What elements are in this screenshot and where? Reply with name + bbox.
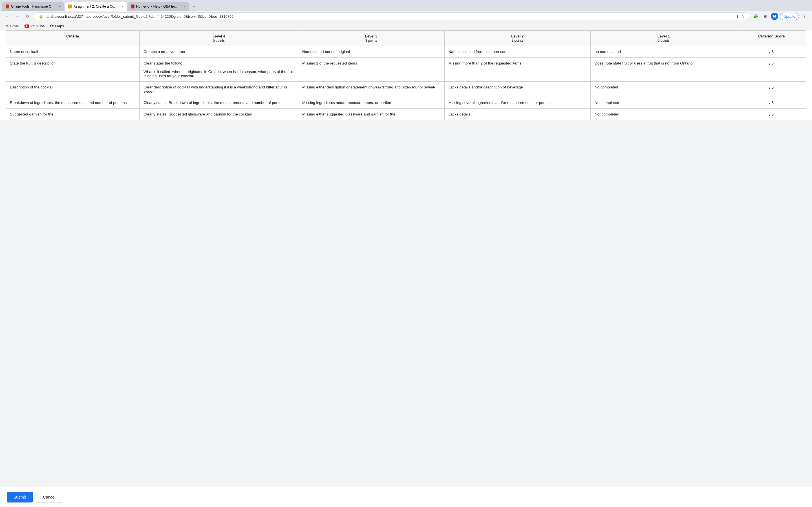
tab-1[interactable]: Online Tools | Fanshawe Colle... ✕ bbox=[2, 2, 64, 11]
address-bar-row: ← → ↻ 🔒 fanshaweonline.ca/d2l/lms/dropbo… bbox=[0, 11, 812, 22]
row-name-level1: no name stated bbox=[591, 46, 737, 58]
profile-switch-icon[interactable]: ⊞ bbox=[761, 12, 769, 20]
new-tab-button[interactable]: + bbox=[190, 3, 198, 10]
bookmark-maps-label: Maps bbox=[55, 24, 64, 28]
bookmark-gmail-label: Gmail bbox=[10, 24, 19, 28]
table-row: Name of cocktail Creates a creative name… bbox=[6, 46, 806, 58]
rubric-wrapper: Criteria Level 4 5 points Level 3 3 poin… bbox=[0, 31, 812, 120]
bookmark-youtube-label: YouTube bbox=[31, 24, 45, 28]
tab-3-close[interactable]: ✕ bbox=[184, 5, 186, 8]
tab-2[interactable]: Assignment 2: Create a Cockta... ✕ bbox=[65, 2, 127, 11]
row-suggested-criteria: Suggested garnish for the bbox=[6, 109, 140, 120]
table-row: Breakdown of ingredients, the measuremen… bbox=[6, 97, 806, 109]
address-field[interactable]: 🔒 fanshaweonline.ca/d2l/lms/dropbox/user… bbox=[34, 12, 749, 20]
row-description-score: / 5 bbox=[737, 82, 806, 97]
tab-bar: Online Tools | Fanshawe Colle... ✕ Assig… bbox=[0, 0, 812, 11]
row-suggested-score: / 5 bbox=[737, 109, 806, 120]
tab-1-label: Online Tools | Fanshawe Colle... bbox=[11, 4, 56, 8]
header-score: Criterion Score bbox=[737, 31, 806, 46]
row-fruit-level2: Missing more than 2 of the requested ite… bbox=[444, 58, 591, 82]
address-bar-icons: ⬆ ☆ bbox=[736, 14, 745, 18]
profile-avatar[interactable]: M bbox=[771, 13, 778, 20]
share-icon[interactable]: ⬆ bbox=[736, 14, 739, 18]
forward-button[interactable]: → bbox=[13, 12, 21, 20]
row-name-level4: Creates a creative name bbox=[140, 46, 298, 58]
header-criteria: Criteria bbox=[6, 31, 140, 46]
page-content: Criteria Level 4 5 points Level 3 3 poin… bbox=[0, 31, 812, 120]
lock-icon: 🔒 bbox=[39, 14, 43, 18]
row-breakdown-level1: Not completed bbox=[591, 97, 737, 109]
row-suggested-level2: Lacks details bbox=[444, 109, 591, 120]
browser-chrome: Online Tools | Fanshawe Colle... ✕ Assig… bbox=[0, 0, 812, 31]
row-fruit-level4: Clear states the follow: What is it call… bbox=[140, 58, 298, 82]
menu-icon[interactable]: ⋮ bbox=[801, 12, 809, 20]
reload-button[interactable]: ↻ bbox=[24, 12, 32, 20]
header-level1: Level 1 0 points bbox=[591, 31, 737, 46]
gmail-icon: M bbox=[6, 24, 8, 28]
tab-2-label: Assignment 2: Create a Cockta... bbox=[73, 4, 118, 8]
back-button[interactable]: ← bbox=[3, 12, 11, 20]
bookmarks-bar: M Gmail YouTube 🗺 Maps bbox=[0, 22, 812, 31]
row-suggested-level4: Clearly states: Suggested glassware and … bbox=[140, 109, 298, 120]
row-fruit-level3: Missing 2 of the requested items bbox=[298, 58, 445, 82]
row-fruit-score: / 5 bbox=[737, 58, 806, 82]
row-suggested-level3: Missing either suggested glassware and g… bbox=[298, 109, 445, 120]
bookmark-icon[interactable]: ☆ bbox=[741, 14, 745, 18]
rubric-header-row: Criteria Level 4 5 points Level 3 3 poin… bbox=[6, 31, 806, 46]
row-description-criteria: Description of the cocktail bbox=[6, 82, 140, 97]
table-row: Description of the cocktail Clear descri… bbox=[6, 82, 806, 97]
header-level4: Level 4 5 points bbox=[140, 31, 298, 46]
tab-1-favicon bbox=[6, 4, 9, 8]
row-fruit-criteria: State the fruit & description bbox=[6, 58, 140, 82]
maps-icon: 🗺 bbox=[50, 24, 54, 28]
header-level3: Level 3 3 points bbox=[298, 31, 445, 46]
row-fruit-level1: Does note state fruit or uses a fruit th… bbox=[591, 58, 737, 82]
row-description-level4: Clear description of cocktail with under… bbox=[140, 82, 298, 97]
row-name-level3: Name stated but not original bbox=[298, 46, 445, 58]
tab-3[interactable]: C Homework Help - Q&A from O... ✕ bbox=[128, 2, 190, 11]
row-description-level1: No completed bbox=[591, 82, 737, 97]
row-name-criteria: Name of cocktail bbox=[6, 46, 140, 58]
extensions-icon[interactable]: 🧩 bbox=[752, 12, 760, 20]
row-description-level2: Lacks details and/or description of beve… bbox=[444, 82, 591, 97]
update-button[interactable]: Update bbox=[780, 13, 799, 20]
row-description-level3: Missing either description or statement … bbox=[298, 82, 445, 97]
row-breakdown-level3: Missing ingredients and/or measurements,… bbox=[298, 97, 445, 109]
toolbar-icons: 🧩 ⊞ M Update ⋮ bbox=[752, 12, 809, 20]
rubric-table: Criteria Level 4 5 points Level 3 3 poin… bbox=[6, 31, 806, 120]
header-level2: Level 2 2 points bbox=[444, 31, 591, 46]
bookmark-youtube[interactable]: YouTube bbox=[22, 23, 47, 29]
row-breakdown-level2: Missing several ingredients and/or measu… bbox=[444, 97, 591, 109]
tab-3-label: Homework Help - Q&A from O... bbox=[136, 4, 181, 8]
tab-overflow-button[interactable]: ⌄ bbox=[802, 3, 810, 10]
address-text: fanshaweonline.ca/d2l/lms/dropbox/user/f… bbox=[45, 14, 733, 18]
row-breakdown-level4: Clearly states: Breakdown of ingredients… bbox=[140, 97, 298, 109]
row-name-level2: Name is copied from common name bbox=[444, 46, 591, 58]
youtube-icon bbox=[24, 24, 29, 27]
tab-2-close[interactable]: ✕ bbox=[121, 5, 123, 8]
row-breakdown-score: / 5 bbox=[737, 97, 806, 109]
row-name-score: / 5 bbox=[737, 46, 806, 58]
bookmark-maps[interactable]: 🗺 Maps bbox=[48, 23, 66, 29]
row-breakdown-criteria: Breakdown of ingredients, the measuremen… bbox=[6, 97, 140, 109]
tab-2-favicon bbox=[68, 4, 72, 8]
bookmark-gmail[interactable]: M Gmail bbox=[3, 23, 22, 29]
tab-3-favicon: C bbox=[131, 4, 135, 8]
table-row: Suggested garnish for the Clearly states… bbox=[6, 109, 806, 120]
tab-1-close[interactable]: ✕ bbox=[58, 5, 61, 8]
row-suggested-level1: Not completed bbox=[591, 109, 737, 120]
table-row: State the fruit & description Clear stat… bbox=[6, 58, 806, 82]
